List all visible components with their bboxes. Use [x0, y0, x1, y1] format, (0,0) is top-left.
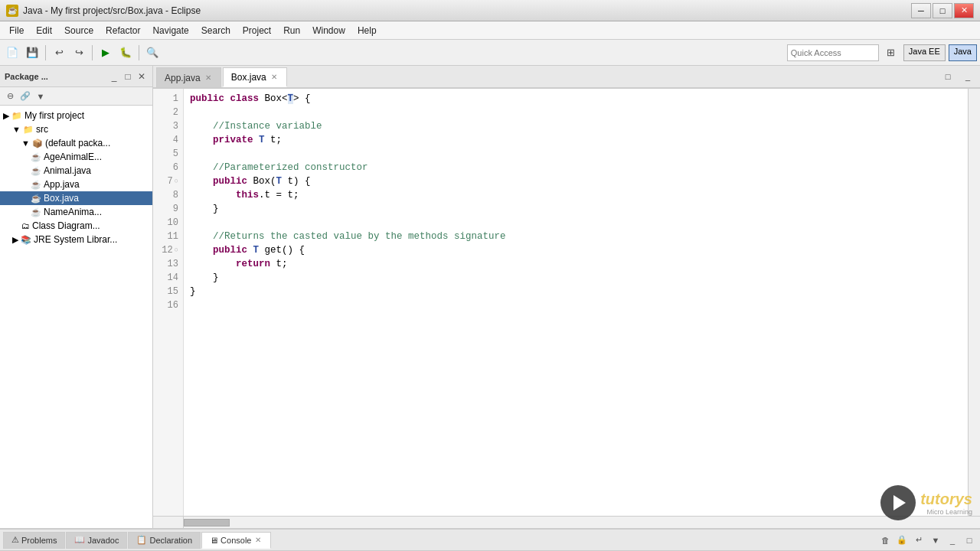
console-maximize-button[interactable]: □	[962, 533, 977, 548]
pkg-close-button[interactable]: ✕	[136, 70, 148, 83]
console-word-wrap-button[interactable]: ↵	[911, 533, 926, 548]
tab-javadoc-label: Javadoc	[87, 536, 119, 545]
java-file-icon-5: ☕	[31, 207, 41, 217]
tree-item-animal[interactable]: ☕ Animal.java	[0, 164, 152, 178]
tree-item-animal-label: Animal.java	[44, 165, 91, 176]
editor-bottom-scrollbar[interactable]	[153, 516, 980, 528]
minimize-button[interactable]: ─	[911, 3, 931, 18]
menu-item-file[interactable]: File	[3, 24, 30, 37]
toolbar-undo-button[interactable]: ↩	[50, 44, 68, 62]
tree-item-app-label: App.java	[44, 179, 80, 190]
tab-app-java-close[interactable]: ✕	[204, 73, 213, 83]
console-clear-button[interactable]: 🗑	[877, 533, 893, 548]
editor-scrollbar[interactable]	[968, 89, 980, 516]
watermark-brand-container: tutorys Micro Learning	[920, 491, 972, 516]
toolbar-separator-1	[45, 45, 46, 60]
pkg-link-button[interactable]: 🔗	[18, 90, 32, 103]
menu-item-edit[interactable]: Edit	[30, 24, 58, 37]
watermark-logo-circle	[880, 485, 916, 520]
pkg-menu-button[interactable]: ▼	[34, 90, 47, 103]
toolbar-new-button[interactable]: 📄	[3, 44, 21, 62]
project-folder-icon: 📁	[11, 111, 22, 121]
tree-item-class-diagram[interactable]: 🗂 Class Diagram...	[0, 219, 152, 233]
tree-item-box[interactable]: ☕ Box.java	[0, 191, 152, 205]
tab-box-java-label: Box.java	[231, 72, 266, 83]
code-editor[interactable]: public class Box<T> { //Instance variabl…	[184, 89, 968, 516]
menu-item-search[interactable]: Search	[195, 24, 237, 37]
tree-item-jre[interactable]: ▶ 📚 JRE System Librar...	[0, 233, 152, 246]
tab-problems[interactable]: ⚠ Problems	[3, 532, 65, 549]
tab-declaration[interactable]: 📋 Declaration	[128, 532, 201, 549]
editor-minimize-button[interactable]: _	[959, 67, 977, 86]
package-explorer-toolbar: ⊖ 🔗 ▼	[0, 87, 152, 106]
expand-icon: ▶	[3, 111, 9, 121]
close-button[interactable]: ✕	[954, 3, 974, 18]
menu-item-navigate[interactable]: Navigate	[146, 24, 194, 37]
tree-item-src-expand[interactable]: ▼ 📁 src	[0, 122, 152, 136]
watermark-brand-text: tutorys	[920, 491, 972, 507]
jre-expand-icon: ▶	[12, 235, 18, 245]
package-explorer: Package ... _ □ ✕ ⊖ 🔗 ▼ ▶ 📁 My first pro…	[0, 66, 153, 528]
editor-content: 12345 67○8910 1112○13141516 public class…	[153, 89, 980, 516]
java-file-icon-2: ☕	[31, 166, 41, 176]
tree-item-project-label: My first project	[24, 110, 84, 121]
tab-javadoc[interactable]: 📖 Javadoc	[66, 532, 127, 549]
toolbar-redo-button[interactable]: ↪	[70, 44, 88, 62]
menu-item-window[interactable]: Window	[306, 24, 351, 37]
tree-item-age-animal-label: AgeAnimalE...	[44, 152, 102, 162]
menu-item-project[interactable]: Project	[237, 24, 277, 37]
toolbar-perspective-open-button[interactable]: ⊞	[882, 44, 900, 62]
line-numbers: 12345 67○8910 1112○13141516	[153, 89, 184, 516]
package-explorer-header-buttons[interactable]: _ □ ✕	[108, 70, 148, 83]
toolbar-separator-2	[92, 45, 93, 60]
tab-console-label: Console	[220, 536, 251, 545]
maximize-button[interactable]: □	[933, 3, 952, 18]
editor-area: App.java ✕ Box.java ✕ □ _ 12345 67○8910 …	[153, 66, 980, 528]
pkg-collapse-button[interactable]: ⊖	[3, 90, 17, 103]
tree-item-box-label: Box.java	[44, 193, 79, 204]
pkg-minimize-button[interactable]: _	[108, 70, 120, 83]
console-options-button[interactable]: ▼	[928, 533, 943, 548]
toolbar-run-button[interactable]: ▶	[96, 44, 115, 62]
java-ee-perspective-button[interactable]: Java EE	[903, 44, 946, 61]
problems-icon: ⚠	[11, 535, 19, 545]
tab-declaration-label: Declaration	[149, 536, 192, 545]
toolbar-separator-3	[139, 45, 139, 60]
java-file-icon-3: ☕	[31, 180, 41, 190]
tree-item-class-diagram-label: Class Diagram...	[32, 220, 100, 231]
tab-console[interactable]: 🖥 Console ✕	[201, 532, 271, 549]
java-perspective-button[interactable]: Java	[949, 44, 977, 61]
tree-item-app[interactable]: ☕ App.java	[0, 178, 152, 191]
title-text: Java - My first project/src/Box.java - E…	[23, 5, 201, 16]
java-file-icon-1: ☕	[31, 152, 41, 162]
menu-item-help[interactable]: Help	[351, 24, 383, 37]
menu-item-source[interactable]: Source	[58, 24, 100, 37]
toolbar-save-button[interactable]: 💾	[23, 44, 41, 62]
tree-item-age-animal[interactable]: ☕ AgeAnimalE...	[0, 150, 152, 164]
tree-item-default-package-expand[interactable]: ▼ 📦 (default packa...	[0, 136, 152, 150]
tab-box-java-close[interactable]: ✕	[270, 72, 279, 82]
pkg-expand-icon: ▼	[21, 139, 30, 148]
menu-item-run[interactable]: Run	[277, 24, 306, 37]
declaration-icon: 📋	[136, 535, 147, 545]
menu-bar: FileEditSourceRefactorNavigateSearchProj…	[0, 21, 980, 40]
quick-access-input[interactable]	[787, 44, 879, 61]
tab-console-close[interactable]: ✕	[253, 535, 263, 545]
editor-maximize-button[interactable]: □	[939, 67, 957, 86]
tree-item-project-expand[interactable]: ▶ 📁 My first project	[0, 109, 152, 122]
toolbar: 📄 💾 ↩ ↪ ▶ 🐛 🔍 ⊞ Java EE Java	[0, 40, 980, 66]
watermark: tutorys Micro Learning	[880, 485, 972, 520]
console-minimize-button[interactable]: _	[945, 533, 960, 548]
title-bar-controls[interactable]: ─ □ ✕	[911, 3, 974, 18]
toolbar-debug-button[interactable]: 🐛	[116, 44, 135, 62]
tree-item-name-animal-label: NameAnima...	[44, 207, 102, 217]
console-scroll-lock-button[interactable]: 🔒	[894, 533, 910, 548]
tree-item-name-animal[interactable]: ☕ NameAnima...	[0, 205, 152, 219]
tab-box-java[interactable]: Box.java ✕	[223, 67, 287, 87]
toolbar-search-button[interactable]: 🔍	[143, 44, 162, 62]
src-expand-icon: ▼	[12, 125, 21, 134]
menu-item-refactor[interactable]: Refactor	[100, 24, 146, 37]
pkg-maximize-button[interactable]: □	[122, 70, 134, 83]
tab-app-java[interactable]: App.java ✕	[156, 67, 221, 87]
jre-icon: 📚	[21, 235, 31, 245]
